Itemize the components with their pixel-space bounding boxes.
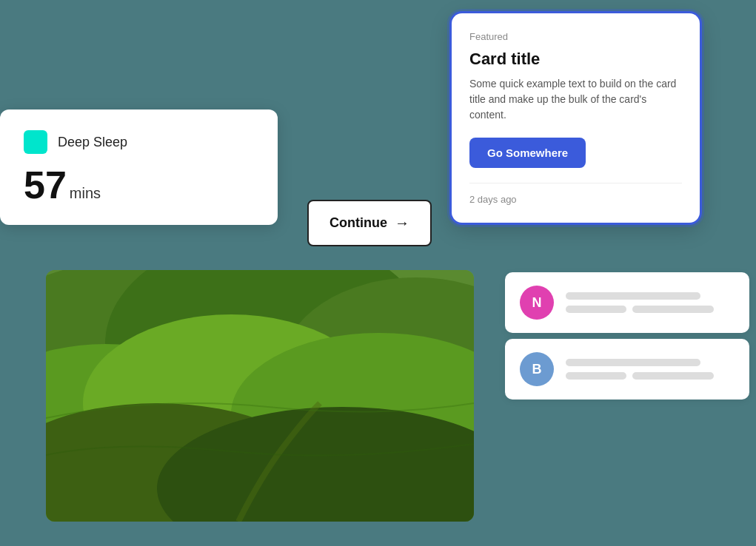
- placeholder-line-row-2: [566, 372, 735, 380]
- continue-button[interactable]: Continue →: [307, 200, 432, 246]
- landscape-image: [46, 270, 474, 522]
- sleep-value: 57 mins: [24, 166, 254, 204]
- placeholder-line-4: [566, 359, 700, 366]
- sleep-unit: mins: [70, 185, 101, 202]
- featured-badge: Featured: [469, 31, 682, 42]
- featured-description: Some quick example text to build on the …: [469, 76, 682, 123]
- sleep-icon: [24, 130, 47, 154]
- placeholder-line-3: [632, 306, 713, 313]
- continue-arrow-icon: →: [395, 215, 409, 232]
- list-item[interactable]: B: [505, 339, 749, 400]
- sleep-header: Deep Sleep: [24, 130, 254, 154]
- sleep-number: 57: [24, 166, 67, 204]
- go-somewhere-button[interactable]: Go Somewhere: [469, 138, 586, 168]
- continue-label: Continue: [330, 215, 387, 231]
- avatar-b: B: [520, 352, 554, 386]
- featured-title: Card title: [469, 50, 682, 69]
- sleep-label: Deep Sleep: [58, 135, 127, 150]
- list-lines: [566, 292, 735, 313]
- list-container: N B: [505, 272, 749, 400]
- list-item[interactable]: N: [505, 272, 749, 333]
- sleep-card: Deep Sleep 57 mins: [0, 109, 278, 225]
- list-lines: [566, 359, 735, 380]
- placeholder-line-row: [566, 306, 735, 313]
- placeholder-line-2: [566, 306, 626, 313]
- featured-footer: 2 days ago: [469, 183, 682, 205]
- placeholder-line-1: [566, 292, 700, 300]
- featured-card: Featured Card title Some quick example t…: [452, 13, 700, 223]
- placeholder-line-5: [566, 372, 626, 380]
- avatar-n: N: [520, 286, 554, 320]
- placeholder-line-6: [632, 372, 713, 380]
